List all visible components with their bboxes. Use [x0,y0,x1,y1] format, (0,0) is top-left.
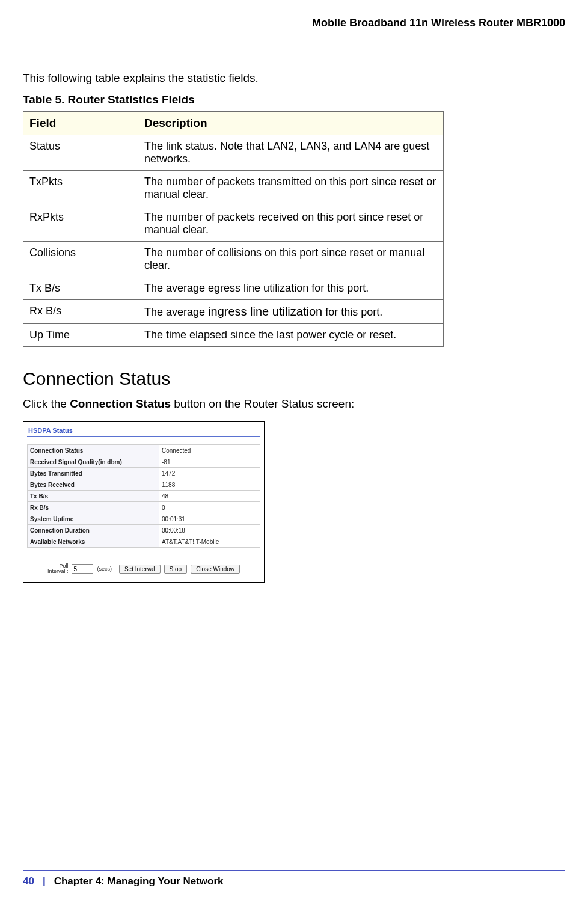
set-interval-button[interactable]: Set Interval [119,565,161,574]
click-instruction: Click the Connection Status button on th… [23,397,565,411]
field-cell: Rx B/s [23,300,138,324]
click-pre: Click the [23,397,70,410]
stat-key: Rx B/s [28,502,159,513]
table-row: System Uptime00:01:31 [28,513,260,525]
desc-cell: The number of collisions on this port si… [138,242,444,277]
stat-value: 1188 [159,479,260,491]
section-heading: Connection Status [23,369,565,389]
field-cell: RxPkts [23,206,138,242]
col-header-field: Field [23,112,138,135]
field-cell: Status [23,135,138,171]
click-post: button on the Router Status screen: [171,397,354,410]
hsdpa-status-panel: HSDPA Status Connection StatusConnected … [23,421,265,583]
table-row: Up Time The time elapsed since the last … [23,324,444,347]
stat-value: AT&T,AT&T!,T-Mobile [159,536,260,548]
table-row: TxPkts The number of packets transmitted… [23,171,444,206]
desc-emph: ingress line utilization [208,305,322,318]
intro-text: This following table explains the statis… [23,72,565,85]
table-caption: Table 5. Router Statistics Fields [23,93,565,106]
hsdpa-stat-table: Connection StatusConnected Received Sign… [27,444,260,548]
panel-title: HSDPA Status [27,426,260,436]
desc-pre: The average [144,306,208,318]
table-row: RxPkts The number of packets received on… [23,206,444,242]
click-bold: Connection Status [70,397,171,410]
panel-controls: Poll Interval : (secs) Set Interval Stop… [27,563,260,577]
table-row: Tx B/s The average egress line utilizati… [23,277,444,300]
footer-rule [23,870,565,871]
poll-interval-input[interactable] [72,564,93,574]
desc-cell: The time elapsed since the last power cy… [138,324,444,347]
desc-cell: The number of packets received on this p… [138,206,444,242]
poll-label-line2: Interval : [47,568,69,574]
field-cell: TxPkts [23,171,138,206]
secs-label: (secs) [97,566,112,572]
stat-value: -81 [159,456,260,468]
table-row: Received Signal Quality(in dbm)-81 [28,456,260,468]
table-row: Bytes Transmitted1472 [28,468,260,479]
desc-cell: The number of packets transmitted on thi… [138,171,444,206]
stat-key: Tx B/s [28,491,159,502]
panel-divider [27,436,260,437]
stat-key: Connection Duration [28,525,159,536]
stat-key: Bytes Transmitted [28,468,159,479]
desc-post: for this port. [322,306,382,318]
field-cell: Collisions [23,242,138,277]
chapter-label: Chapter 4: Managing Your Network [54,875,224,887]
stat-value: 00:00:18 [159,525,260,536]
table-row: Rx B/s The average ingress line utilizat… [23,300,444,324]
poll-interval-label: Poll Interval : [47,563,69,575]
table-row: Bytes Received1188 [28,479,260,491]
close-window-button[interactable]: Close Window [191,565,240,574]
desc-cell: The average egress line utilization for … [138,277,444,300]
table-row: Connection Duration00:00:18 [28,525,260,536]
field-cell: Tx B/s [23,277,138,300]
stat-key: Connection Status [28,445,159,456]
stat-value: 00:01:31 [159,513,260,525]
field-cell: Up Time [23,324,138,347]
table-row: Tx B/s48 [28,491,260,502]
stat-value: 1472 [159,468,260,479]
table-row: Status The link status. Note that LAN2, … [23,135,444,171]
footer-separator: | [43,875,46,887]
stat-value: Connected [159,445,260,456]
stat-value: 0 [159,502,260,513]
stat-key: System Uptime [28,513,159,525]
desc-cell: The average ingress line utilization for… [138,300,444,324]
table-row: Rx B/s0 [28,502,260,513]
table-row: Collisions The number of collisions on t… [23,242,444,277]
stat-key: Bytes Received [28,479,159,491]
desc-cell: The link status. Note that LAN2, LAN3, a… [138,135,444,171]
document-title: Mobile Broadband 11n Wireless Router MBR… [23,17,565,29]
table-row: Connection StatusConnected [28,445,260,456]
page-number: 40 [23,875,34,887]
router-statistics-table: Field Description Status The link status… [23,111,444,347]
stat-key: Available Networks [28,536,159,548]
table-row: Available NetworksAT&T,AT&T!,T-Mobile [28,536,260,548]
page-footer: 40 | Chapter 4: Managing Your Network [0,870,588,887]
stop-button[interactable]: Stop [164,565,188,574]
stat-value: 48 [159,491,260,502]
col-header-description: Description [138,112,444,135]
stat-key: Received Signal Quality(in dbm) [28,456,159,468]
